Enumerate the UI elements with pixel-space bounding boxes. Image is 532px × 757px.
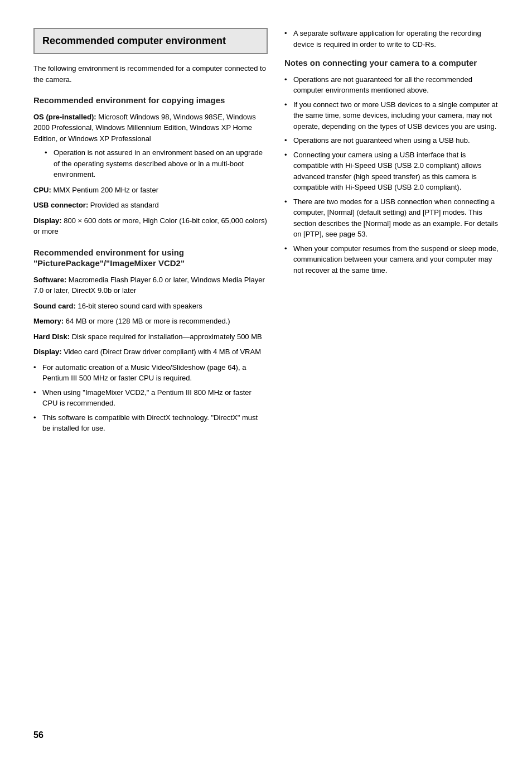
os-sub-list: Operation is not assured in an environme… [33, 147, 268, 180]
right-intro-bullet: A separate software application for oper… [284, 28, 499, 50]
cpu-label: CPU: [33, 186, 51, 194]
cpu-text: MMX Pentium 200 MHz or faster [53, 186, 158, 194]
section2: Recommended environment for using "Pictu… [33, 247, 268, 434]
right-column: A separate software application for oper… [284, 28, 499, 724]
right-intro-bullet-list: A separate software application for oper… [284, 28, 499, 50]
sound-text: 16-bit stereo sound card with speakers [78, 302, 202, 310]
harddisk-text: Disk space required for installation—app… [72, 332, 262, 341]
bottom-bullet-list: For automatic creation of a Music Video/… [33, 362, 268, 434]
main-title: Recommended computer environment [42, 35, 259, 47]
notes-bullet-item: If you connect two or more USB devices t… [284, 99, 499, 132]
bottom-bullet-item: When using "ImageMixer VCD2," a Pentium … [33, 387, 268, 409]
bottom-bullet-item: For automatic creation of a Music Video/… [33, 362, 268, 384]
display2-text: Video card (Direct Draw driver compliant… [64, 348, 261, 356]
display-label: Display: [33, 216, 62, 225]
harddisk-item: Hard Disk: Disk space required for insta… [33, 331, 268, 343]
display-item: Display: 800 × 600 dots or more, High Co… [33, 215, 268, 237]
display2-item: Display: Video card (Direct Draw driver … [33, 346, 268, 358]
memory-label: Memory: [33, 317, 64, 325]
os-label: OS (pre-installed): [33, 113, 96, 121]
usb-item: USB connector: Provided as standard [33, 200, 268, 211]
software-item: Software: Macromedia Flash Player 6.0 or… [33, 274, 268, 296]
section2-heading: Recommended environment for using "Pictu… [33, 247, 268, 269]
notes-bullet-item: Operations are not guaranteed when using… [284, 135, 499, 146]
page: Recommended computer environment The fol… [0, 0, 532, 757]
display2-label: Display: [33, 348, 62, 356]
display-text: 800 × 600 dots or more, High Color (16-b… [33, 216, 267, 236]
section1: Recommended environment for copying imag… [33, 95, 268, 237]
sound-label: Sound card: [33, 302, 76, 310]
harddisk-label: Hard Disk: [33, 332, 70, 341]
section1-heading: Recommended environment for copying imag… [33, 95, 268, 106]
usb-text: Provided as standard [90, 201, 159, 209]
intro-text: The following environment is recommended… [33, 63, 268, 85]
memory-item: Memory: 64 MB or more (128 MB or more is… [33, 316, 268, 327]
os-item: OS (pre-installed): Microsoft Windows 98… [33, 112, 268, 180]
left-column: Recommended computer environment The fol… [33, 28, 268, 724]
os-sub-bullet: Operation is not assured in an environme… [45, 147, 268, 180]
memory-text: 64 MB or more (128 MB or more is recomme… [66, 317, 230, 325]
software-text: Macromedia Flash Player 6.0 or later, Wi… [33, 276, 265, 295]
notes-bullet-item: When your computer resumes from the susp… [284, 243, 499, 276]
notes-heading: Notes on connecting your camera to a com… [284, 57, 499, 69]
software-label: Software: [33, 276, 66, 284]
notes-bullet-item: There are two modes for a USB connection… [284, 196, 499, 240]
notes-bullet-item: Operations are not guaranteed for all th… [284, 74, 499, 96]
notes-bullet-item: Connecting your camera using a USB inter… [284, 150, 499, 193]
notes-bullet-list: Operations are not guaranteed for all th… [284, 74, 499, 276]
bottom-bullet-item: This software is compatible with DirectX… [33, 412, 268, 434]
cpu-item: CPU: MMX Pentium 200 MHz or faster [33, 185, 268, 196]
usb-label: USB connector: [33, 201, 88, 209]
sound-item: Sound card: 16-bit stereo sound card wit… [33, 301, 268, 312]
page-number: 56 [33, 730, 43, 740]
main-title-box: Recommended computer environment [33, 28, 268, 54]
